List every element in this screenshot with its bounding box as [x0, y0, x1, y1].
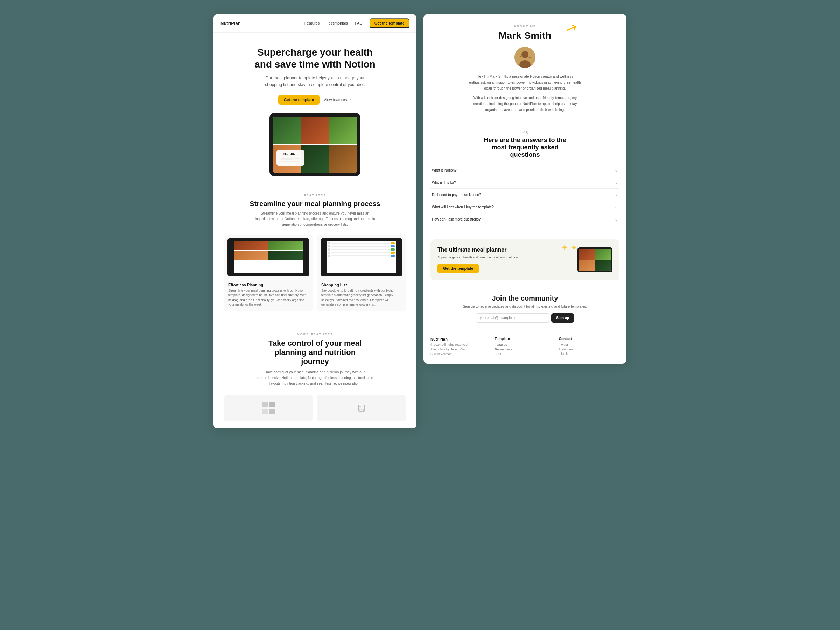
cta-get-template-button[interactable]: Get the template [437, 264, 479, 273]
faq-chevron-2: ⌄ [614, 180, 618, 185]
food-image-6 [329, 145, 357, 172]
svg-rect-7 [363, 409, 364, 411]
feature-card-planning-title: Effortless Planning [228, 283, 309, 287]
tablet-overlay: NutriPlan [276, 150, 305, 166]
footer-credit: A template by Julien Vier [431, 347, 491, 352]
mini-list-line-1 [332, 243, 390, 243]
mini-list-row-5 [328, 255, 395, 257]
hero-buttons: Get the template View features → [221, 95, 409, 105]
right-panel: ABOUT ME ↗ Mark Smith Hey I'm Mark Smith… [423, 14, 627, 364]
faq-title: Here are the answers to the most frequen… [476, 136, 574, 159]
icon-cell-1 [262, 402, 268, 407]
faq-question-4: What will I get when I buy the template? [432, 205, 494, 209]
feature-card-shopping-image [321, 238, 403, 276]
mini-list-badge-1 [391, 242, 395, 244]
nav-features[interactable]: Features [305, 21, 319, 25]
faq-chevron-1: ⌄ [614, 167, 618, 172]
mini-list-row-3 [328, 248, 395, 251]
mini-list-dot-2 [328, 245, 330, 248]
about-bio-2: With a knack for designing intuitive and… [469, 95, 581, 113]
faq-chevron-4: ⌄ [614, 204, 618, 209]
mini-grid [234, 241, 303, 261]
mini-list-badge-2 [391, 245, 395, 248]
footer-brand: NutriPlan © 2024. All rights reserved A … [431, 337, 491, 357]
footer-twitter-link[interactable]: Twitter [559, 343, 619, 346]
cta-tablet-mockup [578, 248, 613, 272]
feature-card-shopping-body: Shopping List Say goodbye to forgetting … [317, 280, 406, 311]
mini-list-dot-1 [328, 242, 330, 244]
overlay-line-3 [281, 161, 300, 162]
faq-item-1[interactable]: What is Notion? ⌄ [431, 164, 619, 177]
more-features-section: MORE FEATURES Take control of your meal … [213, 322, 417, 428]
mini-cell-1 [234, 241, 268, 251]
faq-chevron-5: ⌄ [614, 217, 618, 221]
svg-point-9 [521, 51, 529, 58]
food-image-1 [273, 117, 301, 144]
faq-question-2: Who is this for? [432, 181, 456, 185]
footer-tiktok-link[interactable]: TikTok [559, 352, 619, 355]
svg-rect-1 [360, 406, 361, 407]
overlay-title: NutriPlan [281, 153, 300, 156]
mini-list-dot-3 [328, 248, 330, 251]
hero-title: Supercharge your health and save time wi… [221, 47, 409, 70]
nav-faq[interactable]: FAQ [355, 21, 363, 25]
mini-list-line-3 [332, 249, 390, 250]
faq-section: FAQ Here are the answers to the most fre… [423, 123, 627, 232]
footer-faq-link[interactable]: FAQ [494, 352, 555, 355]
mini-icon-card-2 [317, 395, 406, 422]
svg-rect-6 [363, 408, 364, 409]
mini-icon-card-1 [224, 395, 313, 422]
avatar [515, 47, 535, 68]
faq-question-5: How can I ask more questions? [432, 217, 481, 221]
faq-item-3[interactable]: Do I need to pay to use Notion? ⌄ [431, 189, 619, 201]
footer-instagram-link[interactable]: Instagram [559, 347, 619, 351]
footer-brand-name: NutriPlan [431, 337, 491, 341]
food-image-5 [302, 145, 329, 172]
mini-list-badge-4 [391, 252, 395, 254]
footer-testimonials-link[interactable]: Testimonials [494, 347, 555, 351]
mini-cell-2 [268, 241, 303, 251]
food-image-2 [302, 117, 329, 144]
mini-list [327, 241, 396, 259]
community-title: Join the community [431, 294, 619, 302]
hero-subtitle: Our meal planner template helps you to m… [259, 75, 371, 88]
mini-list-badge-3 [391, 248, 395, 251]
mini-list-dot-4 [328, 252, 330, 254]
faq-item-2[interactable]: Who is this for? ⌄ [431, 177, 619, 189]
faq-item-5[interactable]: How can I ask more questions? ⌄ [431, 213, 619, 226]
feature-card-shopping-text: Say goodbye to forgetting ingredients wi… [321, 288, 402, 307]
left-panel: NutriPlan Features Testimonials FAQ Get … [213, 14, 417, 428]
faq-chevron-3: ⌄ [614, 192, 618, 197]
features-subtitle: Streamline your meal planning process an… [254, 211, 376, 227]
hero-get-template-button[interactable]: Get the template [278, 95, 319, 105]
nav-cta-button[interactable]: Get the template [369, 18, 409, 28]
email-input[interactable] [476, 313, 549, 323]
mini-icon-cards [221, 395, 409, 422]
grid-icon [262, 402, 275, 414]
faq-item-4[interactable]: What will I get when I buy the template?… [431, 201, 619, 213]
mini-list-line-4 [332, 252, 390, 253]
food-image-3 [329, 117, 357, 144]
svg-rect-5 [361, 409, 362, 410]
about-bio-1: Hey I'm Mark Smith, a passionate Notion … [469, 74, 581, 92]
cta-cell-1 [579, 249, 595, 260]
feature-card-planning: Effortless Planning Streamline your meal… [224, 235, 313, 311]
mini-cell-3 [234, 251, 268, 261]
footer-features-link[interactable]: Features [494, 343, 555, 346]
svg-rect-4 [361, 408, 362, 409]
more-features-text: Take control of your meal planning and n… [256, 369, 374, 387]
hero-view-features-button[interactable]: View features → [324, 95, 352, 105]
signup-button[interactable]: Sign up [551, 313, 574, 323]
cta-decoration: ✦ ✦ [561, 243, 578, 253]
faq-label: FAQ [431, 130, 619, 134]
more-features-label: MORE FEATURES [221, 333, 409, 336]
footer-contact-col: Contact Twitter Instagram TikTok [559, 337, 619, 357]
feature-cards: Effortless Planning Streamline your meal… [221, 235, 409, 311]
footer: NutriPlan © 2024. All rights reserved A … [423, 330, 627, 364]
mini-screen-planning [234, 241, 303, 274]
avatar-container [515, 47, 535, 68]
mini-list-row-1 [328, 242, 395, 244]
cta-box: ✦ ✦ The ultimate meal planner Supercharg… [431, 239, 619, 280]
nav-logo: NutriPlan [221, 21, 305, 26]
nav-testimonials[interactable]: Testimonials [327, 21, 348, 25]
